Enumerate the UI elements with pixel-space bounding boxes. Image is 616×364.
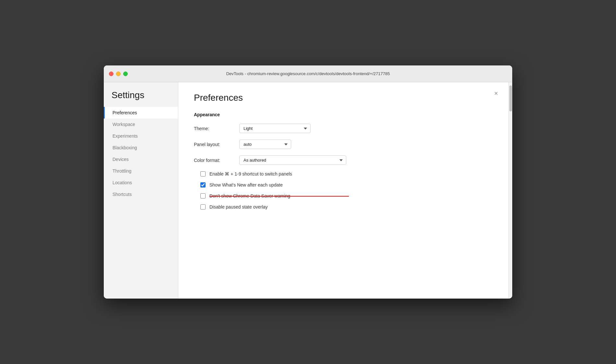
color-format-label: Color format: — [194, 158, 239, 163]
sidebar-nav: Preferences Workspace Experiments Blackb… — [104, 107, 178, 200]
paused-state-label: Disable paused state overlay — [209, 204, 268, 210]
paused-state-checkbox[interactable] — [200, 204, 206, 210]
sidebar-item-devices[interactable]: Devices — [104, 154, 178, 165]
sidebar-item-preferences[interactable]: Preferences — [104, 107, 178, 119]
sidebar-item-label: Shortcuts — [113, 192, 132, 197]
whats-new-label: Show What's New after each update — [209, 182, 283, 188]
scrollbar-thumb — [509, 85, 512, 111]
panel-layout-label: Panel layout: — [194, 142, 239, 147]
devtools-window: DevTools - chromium-review.googlesource.… — [104, 65, 512, 299]
sidebar-item-label: Locations — [113, 180, 132, 185]
theme-label: Theme: — [194, 126, 239, 131]
panel-layout-select[interactable]: auto horizontal vertical — [239, 140, 291, 149]
whats-new-row: Show What's New after each update — [194, 182, 493, 188]
theme-row: Theme: System preference Light Dark — [194, 124, 493, 133]
window-title: DevTools - chromium-review.googlesource.… — [226, 71, 390, 76]
settings-heading: Settings — [104, 90, 178, 107]
sidebar-item-blackboxing[interactable]: Blackboxing — [104, 142, 178, 154]
close-traffic-light[interactable] — [109, 72, 113, 76]
shortcut-panels-row: Enable ⌘ + 1-9 shortcut to switch panels — [194, 171, 493, 176]
shortcut-panels-label: Enable ⌘ + 1-9 shortcut to switch panels — [209, 171, 292, 176]
theme-select[interactable]: System preference Light Dark — [239, 124, 311, 133]
shortcut-panels-checkbox[interactable] — [200, 171, 206, 176]
color-format-row: Color format: As authored HEX RGB HSL — [194, 155, 493, 165]
color-format-select[interactable]: As authored HEX RGB HSL — [239, 155, 346, 165]
sidebar-item-label: Devices — [113, 157, 129, 162]
title-bar: DevTools - chromium-review.googlesource.… — [104, 65, 512, 82]
sidebar-item-label: Experiments — [113, 133, 138, 139]
traffic-lights — [109, 72, 128, 76]
page-title: Preferences — [194, 93, 493, 103]
main-content: × Preferences Appearance Theme: System p… — [178, 82, 508, 299]
scrollbar[interactable] — [508, 82, 512, 299]
appearance-section-title: Appearance — [194, 112, 493, 117]
whats-new-checkbox[interactable] — [200, 182, 206, 188]
maximize-traffic-light[interactable] — [123, 72, 128, 76]
panel-layout-row: Panel layout: auto horizontal vertical — [194, 140, 493, 149]
sidebar-item-label: Preferences — [113, 110, 137, 115]
sidebar-item-workspace[interactable]: Workspace — [104, 119, 178, 130]
sidebar-item-label: Throttling — [113, 168, 131, 174]
sidebar-item-locations[interactable]: Locations — [104, 177, 178, 188]
minimize-traffic-light[interactable] — [116, 72, 121, 76]
sidebar-item-shortcuts[interactable]: Shortcuts — [104, 188, 178, 200]
paused-state-row: Disable paused state overlay — [194, 204, 493, 210]
close-button[interactable]: × — [492, 89, 501, 98]
chrome-data-saver-label: Don't show Chrome Data Saver warning — [209, 193, 290, 199]
sidebar-item-label: Blackboxing — [113, 145, 137, 150]
sidebar: Settings Preferences Workspace Experimen… — [104, 82, 178, 299]
chrome-data-saver-checkbox[interactable] — [200, 193, 206, 199]
sidebar-item-label: Workspace — [113, 122, 135, 127]
chrome-data-saver-row: Don't show Chrome Data Saver warning — [194, 193, 493, 199]
sidebar-item-experiments[interactable]: Experiments — [104, 130, 178, 142]
sidebar-item-throttling[interactable]: Throttling — [104, 165, 178, 177]
window-content: Settings Preferences Workspace Experimen… — [104, 82, 512, 299]
